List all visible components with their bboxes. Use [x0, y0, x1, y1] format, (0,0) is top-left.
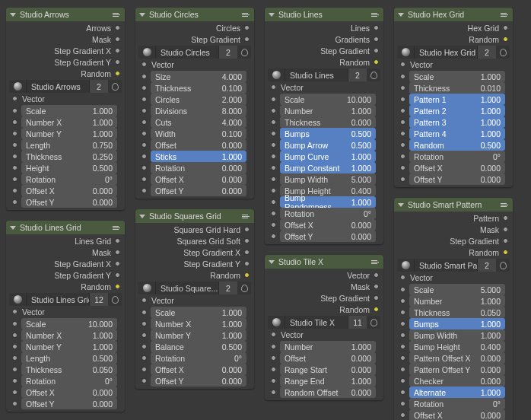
input-socket-icon[interactable]: [141, 74, 147, 79]
input-socket-icon[interactable]: [400, 165, 405, 170]
input-socket-icon[interactable]: [271, 131, 276, 136]
param-field[interactable]: Number1.000: [280, 105, 376, 116]
input-socket-icon[interactable]: [12, 401, 17, 406]
param-field[interactable]: Offset X0.000: [151, 173, 246, 185]
user-count[interactable]: 2: [478, 46, 496, 59]
param-field[interactable]: Divisions8.000: [151, 105, 246, 116]
output-socket-icon[interactable]: [244, 227, 250, 232]
panel-icon[interactable]: [242, 215, 250, 218]
input-socket-icon[interactable]: [12, 96, 17, 101]
output-socket-icon[interactable]: [374, 284, 379, 289]
input-socket-icon[interactable]: [12, 355, 17, 361]
param-field[interactable]: Number1.000: [280, 341, 376, 352]
node-group-selector[interactable]: Studio Smart Patte...2: [394, 259, 513, 272]
output-socket-icon[interactable]: [115, 71, 120, 76]
output-socket-icon[interactable]: [374, 272, 379, 278]
input-socket-icon[interactable]: [12, 131, 17, 136]
node-group-selector[interactable]: Studio Lines Grid12: [6, 293, 125, 306]
input-socket-icon[interactable]: [400, 275, 405, 280]
param-field[interactable]: Scale5.000: [409, 284, 505, 295]
node-studio-lines-grid[interactable]: Studio Lines GridLines GridMaskStep Grad…: [6, 221, 125, 412]
node-group-selector[interactable]: Studio Lines2: [265, 68, 383, 81]
node-studio-tile-x[interactable]: Studio Tile XVectorMaskStep GradientRand…: [265, 255, 383, 400]
collapse-toggle-icon[interactable]: [139, 13, 145, 17]
user-count[interactable]: 12: [90, 293, 108, 306]
output-socket-icon[interactable]: [244, 261, 250, 266]
param-field[interactable]: Rotation0°: [21, 375, 117, 387]
param-field[interactable]: Offset X0.000: [21, 185, 117, 196]
datablock-icon[interactable]: [268, 316, 285, 329]
user-count[interactable]: 2: [219, 46, 237, 59]
output-socket-icon[interactable]: [244, 272, 250, 278]
param-field[interactable]: Random Offset0.000: [280, 387, 376, 398]
param-field[interactable]: Bump Curve1.000: [280, 151, 376, 162]
node-header[interactable]: Studio Hex Grid: [394, 8, 513, 21]
param-field[interactable]: Rotation0°: [409, 151, 505, 162]
param-field[interactable]: Bump Arrow0.500: [280, 139, 376, 151]
param-field[interactable]: Rotation0.000: [151, 162, 246, 173]
node-studio-arrows[interactable]: Studio ArrowsArrowsMaskStep Gradient XSt…: [6, 8, 125, 210]
panel-icon[interactable]: [501, 13, 508, 17]
panel-icon[interactable]: [242, 13, 250, 17]
node-header[interactable]: Studio Squares Grid: [135, 209, 254, 223]
input-socket-icon[interactable]: [400, 332, 405, 338]
fake-user-toggle[interactable]: [108, 80, 122, 93]
nodegroup-name-field[interactable]: Studio Tile X: [285, 316, 348, 329]
param-field[interactable]: Size4.000: [151, 71, 246, 82]
param-field[interactable]: Offset Y0.000: [151, 185, 246, 196]
input-socket-icon[interactable]: [141, 321, 147, 326]
input-socket-icon[interactable]: [12, 142, 17, 148]
param-field[interactable]: Bumps0.500: [280, 128, 376, 139]
fake-user-toggle[interactable]: [496, 259, 510, 272]
input-socket-icon[interactable]: [271, 154, 276, 159]
param-field[interactable]: Width0.100: [151, 128, 246, 139]
collapse-toggle-icon[interactable]: [10, 226, 16, 230]
output-socket-icon[interactable]: [115, 284, 120, 289]
param-field[interactable]: Pattern 21.000: [409, 105, 505, 116]
input-socket-icon[interactable]: [271, 211, 276, 216]
param-field[interactable]: Number Y1.000: [21, 341, 117, 352]
param-field[interactable]: Pattern Offset X0.000: [409, 352, 505, 364]
param-field[interactable]: Rotation0°: [409, 398, 505, 409]
input-socket-icon[interactable]: [12, 154, 17, 159]
param-field[interactable]: Offset Y0.000: [280, 231, 376, 242]
output-socket-icon[interactable]: [115, 261, 120, 266]
input-socket-icon[interactable]: [400, 367, 405, 372]
input-socket-icon[interactable]: [400, 62, 405, 67]
input-socket-icon[interactable]: [400, 97, 405, 102]
input-socket-icon[interactable]: [141, 188, 147, 193]
node-group-selector[interactable]: Studio Circles2: [135, 46, 254, 59]
user-count[interactable]: 2: [478, 259, 496, 272]
collapse-toggle-icon[interactable]: [269, 260, 275, 264]
param-field[interactable]: Checker0.000: [409, 375, 505, 387]
input-socket-icon[interactable]: [400, 85, 405, 91]
output-socket-icon[interactable]: [374, 25, 379, 30]
param-field[interactable]: Pattern Offset Y0.000: [409, 364, 505, 375]
input-socket-icon[interactable]: [271, 84, 276, 90]
param-field[interactable]: Random0.500: [409, 139, 505, 151]
datablock-icon[interactable]: [397, 46, 414, 59]
input-socket-icon[interactable]: [271, 119, 276, 125]
nodegroup-name-field[interactable]: Studio Lines Grid: [26, 293, 90, 306]
param-field[interactable]: Bump Width5.000: [280, 173, 376, 185]
user-count[interactable]: 11: [348, 316, 367, 329]
input-socket-icon[interactable]: [271, 234, 276, 239]
input-socket-icon[interactable]: [400, 344, 405, 349]
param-field[interactable]: Scale1.000: [151, 307, 246, 318]
param-field[interactable]: Offset X0.000: [280, 219, 376, 231]
nodegroup-name-field[interactable]: Studio Lines: [285, 68, 348, 81]
input-socket-icon[interactable]: [271, 108, 276, 113]
node-group-selector[interactable]: Studio Tile X11: [265, 316, 383, 329]
param-field[interactable]: Scale10.000: [280, 94, 376, 105]
output-socket-icon[interactable]: [374, 307, 379, 312]
param-field[interactable]: Thickness0.250: [21, 151, 117, 162]
datablock-icon[interactable]: [397, 259, 414, 272]
output-socket-icon[interactable]: [503, 250, 508, 255]
param-field[interactable]: Offset X0.000: [21, 387, 117, 398]
input-socket-icon[interactable]: [12, 332, 17, 338]
input-socket-icon[interactable]: [400, 108, 405, 113]
input-socket-icon[interactable]: [400, 142, 405, 148]
input-socket-icon[interactable]: [400, 154, 405, 159]
nodegroup-name-field[interactable]: Studio Square...: [155, 282, 219, 294]
param-field[interactable]: Bump Height0.400: [409, 341, 505, 352]
